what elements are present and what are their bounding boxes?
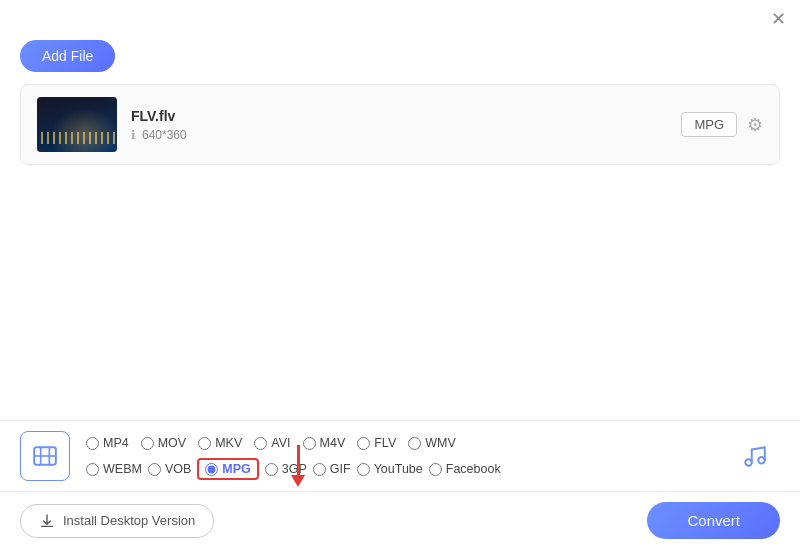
install-button[interactable]: Install Desktop Version	[20, 504, 214, 538]
settings-icon[interactable]: ⚙	[747, 114, 763, 136]
format-option-youtube[interactable]: YouTube	[357, 462, 423, 476]
radio-wmv[interactable]	[408, 437, 421, 450]
label-mkv: MKV	[215, 436, 242, 450]
format-selector: MP4 MOV MKV AVI M4V	[0, 421, 800, 492]
format-option-webm[interactable]: WEBM	[86, 462, 142, 476]
file-thumbnail	[37, 97, 117, 152]
file-list: FLV.flv ℹ 640*360 MPG ⚙	[20, 84, 780, 165]
label-gif: GIF	[330, 462, 351, 476]
svg-point-4	[745, 459, 752, 466]
title-bar: ✕	[0, 0, 800, 34]
toolbar: Add File	[0, 34, 800, 84]
video-format-icon-area[interactable]	[20, 431, 70, 481]
format-option-mov[interactable]: MOV	[141, 436, 186, 450]
radio-avi[interactable]	[254, 437, 267, 450]
label-flv: FLV	[374, 436, 396, 450]
music-format-icon-area[interactable]	[730, 431, 780, 481]
video-icon	[32, 443, 58, 469]
radio-webm[interactable]	[86, 463, 99, 476]
radio-mkv[interactable]	[198, 437, 211, 450]
radio-mp4[interactable]	[86, 437, 99, 450]
install-label: Install Desktop Version	[63, 513, 195, 528]
format-option-flv[interactable]: FLV	[357, 436, 396, 450]
file-name: FLV.flv	[131, 108, 667, 124]
convert-button[interactable]: Convert	[647, 502, 780, 539]
radio-flv[interactable]	[357, 437, 370, 450]
action-bar: Install Desktop Version Convert	[0, 492, 800, 549]
format-option-mpg[interactable]: MPG	[197, 458, 258, 480]
label-wmv: WMV	[425, 436, 456, 450]
label-webm: WEBM	[103, 462, 142, 476]
format-row-2: WEBM VOB MPG 3GP GIF	[86, 458, 722, 480]
format-option-3gp[interactable]: 3GP	[265, 462, 307, 476]
format-option-gif[interactable]: GIF	[313, 462, 351, 476]
radio-gif[interactable]	[313, 463, 326, 476]
file-actions: MPG ⚙	[681, 112, 763, 137]
download-icon	[39, 513, 55, 529]
radio-facebook[interactable]	[429, 463, 442, 476]
radio-m4v[interactable]	[303, 437, 316, 450]
label-facebook: Facebook	[446, 462, 501, 476]
format-option-facebook[interactable]: Facebook	[429, 462, 501, 476]
radio-mpg[interactable]	[205, 463, 218, 476]
format-badge[interactable]: MPG	[681, 112, 737, 137]
format-row-1: MP4 MOV MKV AVI M4V	[86, 432, 722, 454]
format-option-wmv[interactable]: WMV	[408, 436, 456, 450]
label-m4v: M4V	[320, 436, 346, 450]
add-file-button[interactable]: Add File	[20, 40, 115, 72]
format-option-mkv[interactable]: MKV	[198, 436, 242, 450]
format-option-mp4[interactable]: MP4	[86, 436, 129, 450]
info-icon: ℹ	[131, 128, 136, 142]
music-icon	[742, 443, 768, 469]
label-youtube: YouTube	[374, 462, 423, 476]
radio-youtube[interactable]	[357, 463, 370, 476]
format-grid: MP4 MOV MKV AVI M4V	[86, 432, 722, 480]
format-option-avi[interactable]: AVI	[254, 436, 290, 450]
main-area	[0, 165, 800, 365]
label-3gp: 3GP	[282, 462, 307, 476]
close-button[interactable]: ✕	[771, 10, 786, 28]
file-resolution: 640*360	[142, 128, 187, 142]
svg-point-5	[758, 457, 765, 464]
file-meta: ℹ 640*360	[131, 128, 667, 142]
label-avi: AVI	[271, 436, 290, 450]
format-option-m4v[interactable]: M4V	[303, 436, 346, 450]
file-info: FLV.flv ℹ 640*360	[131, 108, 667, 142]
label-mov: MOV	[158, 436, 186, 450]
radio-3gp[interactable]	[265, 463, 278, 476]
label-vob: VOB	[165, 462, 191, 476]
label-mp4: MP4	[103, 436, 129, 450]
radio-mov[interactable]	[141, 437, 154, 450]
label-mpg: MPG	[222, 462, 250, 476]
radio-vob[interactable]	[148, 463, 161, 476]
bottom-panel: MP4 MOV MKV AVI M4V	[0, 420, 800, 549]
file-item: FLV.flv ℹ 640*360 MPG ⚙	[21, 85, 779, 164]
format-option-vob[interactable]: VOB	[148, 462, 191, 476]
